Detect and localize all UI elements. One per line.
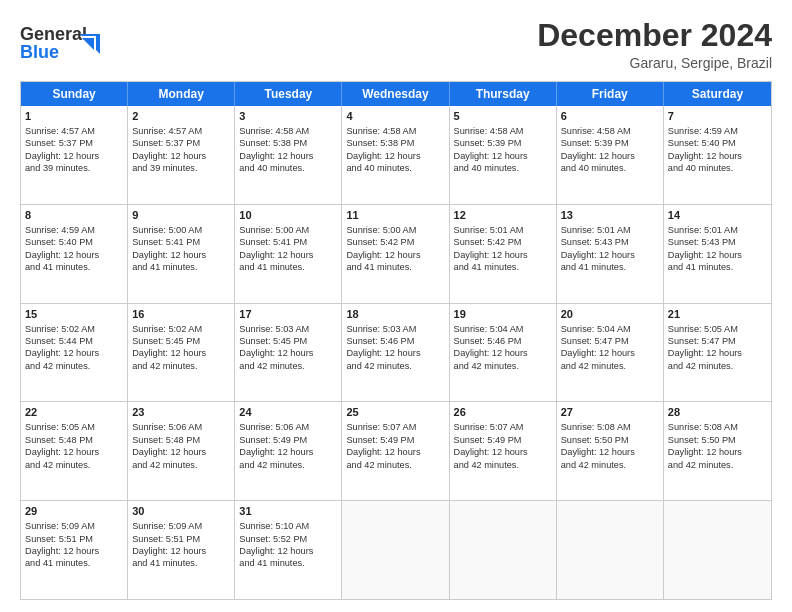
svg-marker-4 [82,38,94,50]
day-number: 15 [25,307,123,322]
day-info-line: and 40 minutes. [454,162,552,174]
day-info-line: Sunrise: 5:05 AM [668,323,767,335]
day-info-line: Daylight: 12 hours [346,347,444,359]
day-number: 17 [239,307,337,322]
day-cell-25: 25Sunrise: 5:07 AMSunset: 5:49 PMDayligh… [342,402,449,500]
day-cell-18: 18Sunrise: 5:03 AMSunset: 5:46 PMDayligh… [342,304,449,402]
page: General Blue December 2024 Gararu, Sergi… [0,0,792,612]
day-number: 24 [239,405,337,420]
day-info-line: Sunrise: 4:57 AM [25,125,123,137]
day-number: 19 [454,307,552,322]
day-number: 12 [454,208,552,223]
day-info-line: Sunset: 5:47 PM [561,335,659,347]
day-info-line: Sunset: 5:42 PM [454,236,552,248]
day-info-line: Daylight: 12 hours [346,446,444,458]
day-info-line: Sunrise: 4:59 AM [25,224,123,236]
day-info-line: and 42 minutes. [561,459,659,471]
day-info-line: Sunrise: 5:02 AM [25,323,123,335]
day-number: 20 [561,307,659,322]
day-info-line: and 42 minutes. [346,459,444,471]
day-number: 27 [561,405,659,420]
day-info-line: Sunset: 5:46 PM [346,335,444,347]
calendar-row-3: 15Sunrise: 5:02 AMSunset: 5:44 PMDayligh… [21,303,771,402]
header-day-saturday: Saturday [664,82,771,106]
day-info-line: Sunrise: 4:59 AM [668,125,767,137]
day-cell-4: 4Sunrise: 4:58 AMSunset: 5:38 PMDaylight… [342,106,449,204]
day-info-line: Sunset: 5:46 PM [454,335,552,347]
day-cell-24: 24Sunrise: 5:06 AMSunset: 5:49 PMDayligh… [235,402,342,500]
day-info-line: Sunset: 5:45 PM [239,335,337,347]
day-info-line: Daylight: 12 hours [561,347,659,359]
day-number: 2 [132,109,230,124]
day-number: 29 [25,504,123,519]
day-cell-8: 8Sunrise: 4:59 AMSunset: 5:40 PMDaylight… [21,205,128,303]
day-info-line: Daylight: 12 hours [25,347,123,359]
svg-text:Blue: Blue [20,42,59,62]
day-info-line: Sunrise: 4:58 AM [561,125,659,137]
day-info-line: Sunrise: 5:04 AM [454,323,552,335]
day-info-line: Sunrise: 5:10 AM [239,520,337,532]
day-info-line: Sunrise: 5:04 AM [561,323,659,335]
day-cell-31: 31Sunrise: 5:10 AMSunset: 5:52 PMDayligh… [235,501,342,599]
day-info-line: and 41 minutes. [132,557,230,569]
day-number: 31 [239,504,337,519]
day-info-line: and 40 minutes. [668,162,767,174]
day-info-line: Daylight: 12 hours [454,446,552,458]
day-info-line: Daylight: 12 hours [132,446,230,458]
calendar-row-2: 8Sunrise: 4:59 AMSunset: 5:40 PMDaylight… [21,204,771,303]
day-number: 22 [25,405,123,420]
day-info-line: and 42 minutes. [25,459,123,471]
day-number: 21 [668,307,767,322]
day-info-line: and 41 minutes. [454,261,552,273]
day-info-line: Daylight: 12 hours [668,446,767,458]
day-info-line: Sunset: 5:43 PM [668,236,767,248]
day-info-line: and 41 minutes. [132,261,230,273]
day-info-line: and 42 minutes. [25,360,123,372]
day-info-line: Daylight: 12 hours [668,150,767,162]
day-info-line: Sunset: 5:51 PM [25,533,123,545]
day-cell-20: 20Sunrise: 5:04 AMSunset: 5:47 PMDayligh… [557,304,664,402]
header-day-friday: Friday [557,82,664,106]
day-cell-2: 2Sunrise: 4:57 AMSunset: 5:37 PMDaylight… [128,106,235,204]
day-info-line: Sunset: 5:38 PM [346,137,444,149]
day-info-line: Daylight: 12 hours [561,150,659,162]
day-number: 16 [132,307,230,322]
day-cell-9: 9Sunrise: 5:00 AMSunset: 5:41 PMDaylight… [128,205,235,303]
day-info-line: and 42 minutes. [668,459,767,471]
day-cell-30: 30Sunrise: 5:09 AMSunset: 5:51 PMDayligh… [128,501,235,599]
day-info-line: Sunrise: 5:06 AM [132,421,230,433]
day-info-line: Daylight: 12 hours [239,249,337,261]
day-info-line: Daylight: 12 hours [668,347,767,359]
day-info-line: Sunrise: 5:00 AM [239,224,337,236]
day-cell-27: 27Sunrise: 5:08 AMSunset: 5:50 PMDayligh… [557,402,664,500]
day-info-line: Sunrise: 5:08 AM [561,421,659,433]
day-info-line: Sunset: 5:41 PM [239,236,337,248]
day-info-line: Daylight: 12 hours [132,545,230,557]
calendar-body: 1Sunrise: 4:57 AMSunset: 5:37 PMDaylight… [21,106,771,599]
day-number: 7 [668,109,767,124]
day-info-line: and 41 minutes. [25,557,123,569]
day-info-line: Sunset: 5:49 PM [454,434,552,446]
empty-cell [342,501,449,599]
day-info-line: Sunrise: 5:07 AM [346,421,444,433]
day-info-line: Sunrise: 4:57 AM [132,125,230,137]
calendar: SundayMondayTuesdayWednesdayThursdayFrid… [20,81,772,600]
day-info-line: Sunrise: 5:09 AM [25,520,123,532]
day-info-line: and 39 minutes. [132,162,230,174]
day-info-line: Sunrise: 5:02 AM [132,323,230,335]
day-cell-26: 26Sunrise: 5:07 AMSunset: 5:49 PMDayligh… [450,402,557,500]
day-info-line: and 41 minutes. [25,261,123,273]
svg-text:General: General [20,24,87,44]
day-info-line: and 39 minutes. [25,162,123,174]
day-cell-22: 22Sunrise: 5:05 AMSunset: 5:48 PMDayligh… [21,402,128,500]
empty-cell [664,501,771,599]
day-info-line: Daylight: 12 hours [132,347,230,359]
day-number: 11 [346,208,444,223]
day-info-line: Sunset: 5:37 PM [132,137,230,149]
day-cell-3: 3Sunrise: 4:58 AMSunset: 5:38 PMDaylight… [235,106,342,204]
day-cell-11: 11Sunrise: 5:00 AMSunset: 5:42 PMDayligh… [342,205,449,303]
day-info-line: Daylight: 12 hours [561,249,659,261]
day-info-line: Daylight: 12 hours [239,545,337,557]
day-info-line: Daylight: 12 hours [25,249,123,261]
day-info-line: Sunset: 5:50 PM [561,434,659,446]
